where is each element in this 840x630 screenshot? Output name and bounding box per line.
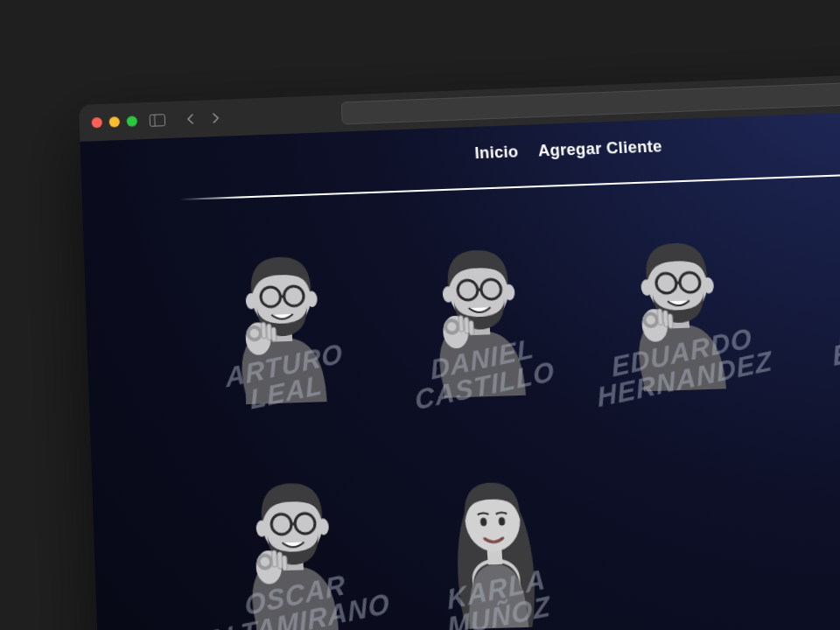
avatar <box>226 456 361 630</box>
client-card[interactable]: OSCAR ALTAMIRANO <box>190 455 399 630</box>
avatar <box>808 209 840 386</box>
client-grid: ARTURO LEAL DANIEL CASTILLO <box>83 204 840 630</box>
back-button[interactable] <box>181 109 201 130</box>
client-card[interactable]: ARTURO LEAL <box>180 228 386 424</box>
window-controls <box>92 116 138 128</box>
divider <box>179 170 840 200</box>
nav-agregar-cliente[interactable]: Agregar Cliente <box>537 137 662 161</box>
avatar <box>216 230 349 405</box>
svg-rect-25 <box>469 320 474 335</box>
close-icon[interactable] <box>92 117 102 128</box>
forward-button[interactable] <box>206 108 226 129</box>
avatar <box>609 216 749 392</box>
client-card[interactable]: EDUARDO HERNANDEZ <box>573 214 788 411</box>
avatar <box>412 223 549 399</box>
minimize-icon[interactable] <box>109 116 120 127</box>
svg-rect-59 <box>272 550 277 567</box>
svg-rect-37 <box>668 314 673 329</box>
client-card[interactable]: DANIEL CASTILLO <box>376 221 586 417</box>
sidebar-toggle-icon[interactable] <box>147 110 167 130</box>
nav-inicio[interactable]: Inicio <box>474 143 519 163</box>
svg-rect-35 <box>657 309 663 326</box>
browser-window: Inicio Agregar Cliente ARTURO LEAL <box>79 67 840 630</box>
svg-rect-0 <box>150 115 165 127</box>
svg-line-1 <box>155 115 156 126</box>
page-content: Inicio Agregar Cliente ARTURO LEAL <box>80 105 840 630</box>
avatar <box>424 450 564 630</box>
svg-rect-11 <box>261 322 266 339</box>
svg-rect-23 <box>458 316 464 332</box>
maximize-icon[interactable] <box>127 116 137 126</box>
svg-rect-13 <box>271 327 276 342</box>
client-card[interactable]: KARLA MUÑOZ <box>388 448 602 630</box>
svg-rect-61 <box>282 556 287 570</box>
